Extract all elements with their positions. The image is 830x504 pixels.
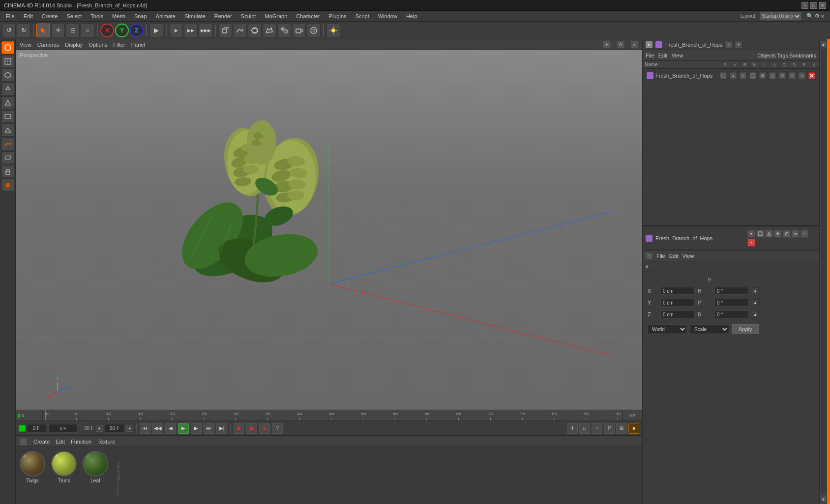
camera-button[interactable] bbox=[292, 24, 306, 37]
mat-flag-6[interactable] bbox=[792, 230, 800, 238]
scale-keyframe-button[interactable]: ○ bbox=[592, 423, 602, 434]
menu-select[interactable]: Select bbox=[63, 12, 86, 20]
attr-h-input[interactable]: 0 ° bbox=[714, 287, 749, 295]
viewport-expand-button[interactable]: + bbox=[603, 41, 611, 49]
menu-snap[interactable]: Snap bbox=[130, 12, 151, 20]
menu-help[interactable]: Help bbox=[402, 12, 421, 20]
maximize-button[interactable]: □ bbox=[810, 2, 817, 9]
point-mode-button[interactable] bbox=[1, 83, 14, 95]
brush-tool-button[interactable] bbox=[1, 151, 14, 164]
go-to-start-button[interactable]: ⏮ bbox=[140, 423, 150, 434]
attr-y-stepper[interactable]: ▲ bbox=[752, 299, 759, 306]
objects-btn2[interactable]: Tags bbox=[777, 53, 788, 58]
viewport-view-menu[interactable]: View bbox=[20, 42, 31, 48]
play-reverse-button[interactable]: ◀◀ bbox=[152, 423, 163, 434]
light-button[interactable] bbox=[326, 24, 340, 37]
record-button[interactable]: ⏺ bbox=[234, 423, 244, 434]
scene-options-button[interactable]: ▾ bbox=[735, 41, 742, 48]
strip-scroll-down[interactable]: ▼ bbox=[821, 496, 827, 502]
material-leaf[interactable]: Leaf bbox=[83, 451, 108, 483]
material-trunk[interactable]: Trunk bbox=[51, 451, 77, 483]
play-button[interactable]: ▶ bbox=[178, 423, 189, 434]
mat-flag-3[interactable] bbox=[765, 230, 773, 238]
transform-type-dropdown[interactable]: Scale Rotate Move bbox=[690, 324, 729, 334]
viewport-display-menu[interactable]: Display bbox=[65, 42, 83, 48]
material-twigs[interactable]: Twigs bbox=[20, 451, 45, 483]
end-frame-input[interactable] bbox=[105, 424, 124, 433]
obj-flag-m[interactable] bbox=[749, 72, 756, 79]
viewport-options-menu[interactable]: Options bbox=[89, 42, 107, 48]
mat-flag-1[interactable]: ● bbox=[747, 230, 755, 238]
menu-mograph[interactable]: MoGraph bbox=[261, 12, 291, 20]
mat-flag-4[interactable] bbox=[774, 230, 782, 238]
obj-flag-x[interactable] bbox=[808, 72, 815, 79]
obj-flag-e[interactable] bbox=[799, 72, 805, 79]
mat-edit-menu[interactable]: Edit bbox=[56, 439, 65, 445]
move-keyframe-button[interactable]: ✛ bbox=[567, 423, 578, 434]
deformer-button[interactable] bbox=[263, 24, 276, 37]
render-to-picture-button[interactable]: ▶▶ bbox=[184, 24, 198, 37]
help-button[interactable]: ? bbox=[272, 423, 283, 434]
cube-button[interactable] bbox=[218, 24, 232, 37]
stop-record-button[interactable]: ⏹ bbox=[246, 423, 257, 434]
attr-z-stepper[interactable]: ▲ bbox=[752, 311, 759, 318]
objects-file-menu[interactable]: File bbox=[646, 53, 654, 58]
mat-flag-2[interactable] bbox=[756, 230, 764, 238]
objects-btn1[interactable]: Objects bbox=[757, 53, 775, 58]
go-to-end-button[interactable]: ⏭ bbox=[204, 423, 214, 434]
menu-sculpt[interactable]: Sculpt bbox=[237, 12, 260, 20]
attr-file-menu[interactable]: File bbox=[656, 253, 665, 259]
scale-tool-button[interactable]: ⊞ bbox=[66, 24, 80, 37]
close-scene-button[interactable]: × bbox=[725, 41, 732, 48]
attr-y-input[interactable]: 0 cm bbox=[660, 299, 695, 307]
layout-selector[interactable]: Startup (User) bbox=[760, 12, 801, 21]
objects-view-menu[interactable]: View bbox=[672, 53, 683, 58]
menu-edit[interactable]: Edit bbox=[20, 12, 37, 20]
z-axis-button[interactable]: Z bbox=[130, 24, 144, 37]
viewport-panel-menu[interactable]: Panel bbox=[131, 42, 145, 48]
viewport-lock-button[interactable]: 0 bbox=[617, 41, 624, 49]
menu-simulate[interactable]: Simulate bbox=[180, 12, 209, 20]
nurbs-button[interactable] bbox=[248, 24, 262, 37]
attr-edit-menu[interactable]: Edit bbox=[669, 253, 679, 259]
menu-tools[interactable]: Tools bbox=[87, 12, 107, 20]
rotate-keyframe-button[interactable]: □ bbox=[579, 423, 590, 434]
minimize-button[interactable]: − bbox=[801, 2, 808, 9]
render-region-button[interactable]: ▶ bbox=[169, 24, 183, 37]
viewport-close-button[interactable]: × bbox=[630, 41, 638, 49]
attr-view-menu[interactable]: View bbox=[682, 253, 694, 259]
select-tool-button[interactable] bbox=[36, 24, 50, 37]
object-item-fresh-branch[interactable]: Fresh_Branch_of_Hops ● bbox=[645, 71, 817, 81]
obj-flag-v[interactable]: ● bbox=[730, 72, 737, 79]
menu-window[interactable]: Window bbox=[374, 12, 401, 20]
mat-flag-7[interactable]: ← bbox=[800, 230, 808, 238]
obj-flag-r[interactable] bbox=[740, 72, 746, 79]
y-axis-button[interactable]: Y bbox=[115, 24, 129, 37]
attr-x-stepper[interactable]: ▲ bbox=[752, 287, 759, 294]
scene-button[interactable] bbox=[277, 24, 291, 37]
menu-render[interactable]: Render bbox=[210, 12, 236, 20]
mat-create-menu[interactable]: Create bbox=[33, 439, 50, 445]
attr-x-input[interactable]: 0 cm bbox=[660, 287, 695, 295]
spline-button[interactable] bbox=[233, 24, 247, 37]
mat-flag-5[interactable] bbox=[783, 230, 791, 238]
render-all-button[interactable]: ▶▶▶ bbox=[199, 24, 212, 37]
menu-animate[interactable]: Animate bbox=[152, 12, 179, 20]
menu-create[interactable]: Create bbox=[38, 12, 62, 20]
orange-accent-strip[interactable] bbox=[827, 39, 830, 504]
poly-mode-button[interactable] bbox=[1, 110, 14, 123]
right-scrollbar[interactable] bbox=[821, 49, 826, 494]
x-axis-button[interactable]: ✕ bbox=[100, 24, 114, 37]
coordinate-space-dropdown[interactable]: World Object bbox=[648, 324, 687, 334]
morph-button[interactable]: ⊞ bbox=[616, 423, 627, 434]
rotate-tool-button[interactable]: ○ bbox=[81, 24, 94, 37]
step-back-button[interactable]: ◀ bbox=[165, 423, 176, 434]
obj-flag-a[interactable] bbox=[769, 72, 776, 79]
obj-flag-s[interactable] bbox=[720, 72, 727, 79]
headphone-button[interactable] bbox=[307, 24, 321, 37]
menu-plugins[interactable]: Plugins bbox=[325, 12, 351, 20]
param-button[interactable]: P bbox=[604, 423, 615, 434]
viewport-filter-menu[interactable]: Filter bbox=[113, 42, 125, 48]
attr-p-input[interactable]: 0 ° bbox=[714, 299, 749, 307]
edge-mode-button[interactable] bbox=[1, 96, 14, 109]
